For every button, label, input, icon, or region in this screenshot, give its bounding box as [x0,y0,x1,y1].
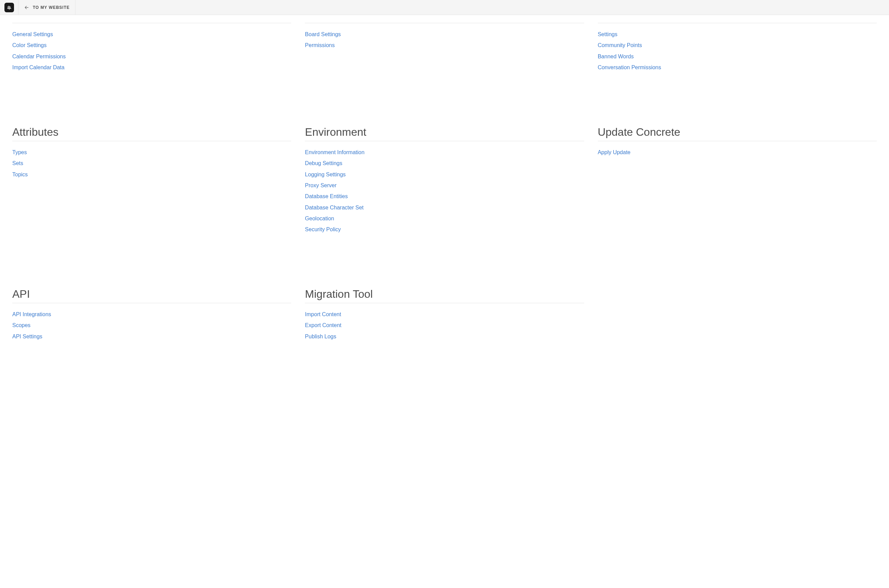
settings-link[interactable]: Logging Settings [305,171,584,178]
settings-link[interactable]: Sets [12,160,291,167]
top-bar: TO MY WEBSITE [0,0,889,15]
section-heading: Boards [305,15,339,16]
section-conversations: Conversations Settings Community Points … [598,15,877,72]
settings-link[interactable]: Types [12,149,291,156]
section-environment: Environment Environment Information Debu… [305,126,584,234]
settings-link[interactable]: Color Settings [12,42,291,49]
section-heading: API [12,288,291,303]
arrow-left-icon [24,5,29,10]
settings-link[interactable]: Debug Settings [305,160,584,167]
sections-grid: Calendar General Settings Color Settings… [12,15,877,340]
link-list: Apply Update [598,149,877,156]
settings-link[interactable]: Settings [598,31,877,38]
main-content: Calendar General Settings Color Settings… [0,15,889,361]
settings-link[interactable]: Board Settings [305,31,584,38]
settings-link[interactable]: Banned Words [598,53,877,60]
settings-link[interactable]: General Settings [12,31,291,38]
section-heading: Attributes [12,126,291,141]
settings-link[interactable]: Conversation Permissions [598,64,877,71]
link-list: API Integrations Scopes API Settings [12,311,291,340]
settings-link[interactable]: Import Content [305,311,584,318]
concrete-logo-icon [5,3,14,12]
section-heading: Conversations [598,15,668,16]
section-boards: Boards Board Settings Permissions [305,15,584,72]
settings-link[interactable]: Scopes [12,322,291,329]
settings-link[interactable]: Proxy Server [305,182,584,189]
link-list: Types Sets Topics [12,149,291,178]
settings-link[interactable]: API Settings [12,333,291,340]
settings-link[interactable]: Database Character Set [305,204,584,212]
settings-link[interactable]: Security Policy [305,226,584,233]
section-attributes: Attributes Types Sets Topics [12,126,291,234]
settings-link[interactable]: API Integrations [12,311,291,318]
link-list: Import Content Export Content Publish Lo… [305,311,584,340]
link-list: Settings Community Points Banned Words C… [598,31,877,72]
section-heading: Calendar [12,15,57,16]
settings-link[interactable]: Database Entities [305,193,584,200]
back-to-website-link[interactable]: TO MY WEBSITE [18,0,75,15]
settings-link[interactable]: Topics [12,171,291,178]
section-heading: Environment [305,126,584,141]
settings-link[interactable]: Export Content [305,322,584,329]
link-list: Environment Information Debug Settings L… [305,149,584,234]
section-api: API API Integrations Scopes API Settings [12,288,291,340]
section-heading: Migration Tool [305,288,584,303]
settings-link[interactable]: Permissions [305,42,584,49]
section-update-concrete: Update Concrete Apply Update [598,126,877,234]
section-empty [598,288,877,340]
settings-link[interactable]: Publish Logs [305,333,584,340]
settings-link[interactable]: Calendar Permissions [12,53,291,60]
section-migration-tool: Migration Tool Import Content Export Con… [305,288,584,340]
settings-link[interactable]: Environment Information [305,149,584,156]
settings-link[interactable]: Import Calendar Data [12,64,291,71]
settings-link[interactable]: Community Points [598,42,877,49]
section-calendar: Calendar General Settings Color Settings… [12,15,291,72]
settings-link[interactable]: Apply Update [598,149,877,156]
logo-container[interactable] [0,0,18,15]
settings-link[interactable]: Geolocation [305,215,584,222]
link-list: Board Settings Permissions [305,31,584,50]
link-list: General Settings Color Settings Calendar… [12,31,291,72]
back-link-label: TO MY WEBSITE [33,5,70,10]
section-heading: Update Concrete [598,126,877,141]
